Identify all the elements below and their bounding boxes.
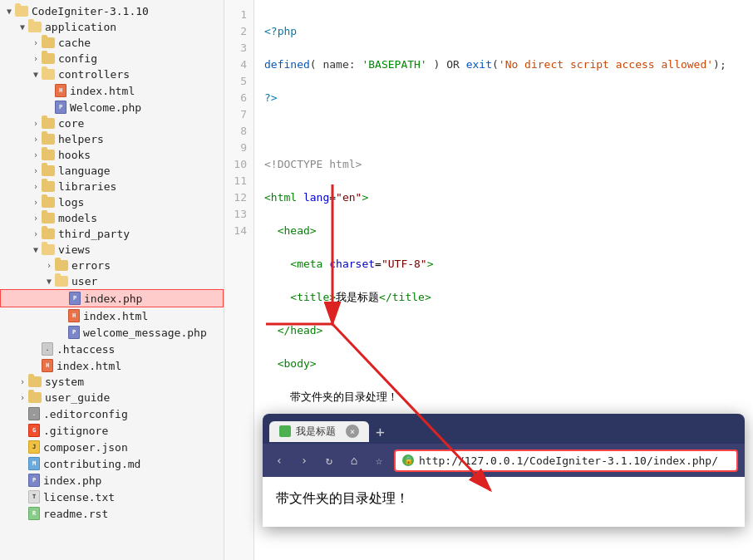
tree-item-application[interactable]: ▼ application (0, 19, 224, 35)
tree-item-hooks[interactable]: › hooks (0, 147, 224, 163)
code-line-6: <html lang="en"> (264, 189, 743, 206)
folder-icon (42, 228, 55, 239)
tree-item-user-guide[interactable]: › user_guide (0, 390, 224, 405)
tree-item-controllers[interactable]: ▼ controllers (0, 66, 224, 82)
tree-item-helpers[interactable]: › helpers (0, 131, 224, 147)
folder-icon (42, 134, 55, 145)
php-file-icon: P (28, 474, 40, 487)
line-numbers: 1 2 3 4 5 6 7 8 9 10 11 12 13 14 (224, 0, 254, 560)
browser-mockup: 我是标题 × + ‹ › ↻ ⌂ ☆ 🔒 http://127.0.0.1/Co… (263, 414, 745, 527)
tree-item-welcome-php[interactable]: P Welcome.php (0, 99, 224, 115)
back-button[interactable]: ‹ (269, 450, 289, 470)
browser-toolbar: ‹ › ↻ ⌂ ☆ 🔒 http://127.0.0.1/CodeIgniter… (263, 444, 745, 477)
tree-label: index.html (83, 310, 148, 322)
tree-label: readme.rst (43, 508, 108, 520)
tree-item-index-html-app[interactable]: H index.html (0, 357, 224, 374)
tree-label: logs (58, 196, 84, 209)
chevron-icon: ▼ (17, 22, 28, 32)
tree-item-gitignore[interactable]: G .gitignore (0, 422, 224, 439)
star-button[interactable]: ☆ (369, 450, 389, 470)
folder-open-icon (55, 276, 68, 287)
tree-item-logs[interactable]: › logs (0, 194, 224, 210)
tree-item-system[interactable]: › system (0, 374, 224, 390)
tab-close-button[interactable]: × (346, 425, 359, 438)
code-line-4 (264, 123, 743, 140)
tree-label: controllers (58, 68, 130, 81)
php-file-icon: P (69, 292, 81, 305)
tree-label: core (58, 117, 84, 130)
tree-label: system (45, 376, 84, 388)
code-line-5: <!DOCTYPE html> (264, 156, 743, 173)
json-file-icon: J (28, 440, 40, 454)
tree-item-core[interactable]: › core (0, 115, 224, 131)
tree-label: .editorconfig (43, 408, 128, 420)
tree-label: cache (58, 37, 91, 49)
tree-label: welcome_message.php (83, 327, 207, 339)
tree-item-libraries[interactable]: › libraries (0, 179, 224, 194)
html-file-icon: H (42, 359, 53, 372)
tree-item-readme-rst[interactable]: R readme.rst (0, 505, 224, 522)
tree-label: third_party (58, 228, 130, 240)
tree-item-index-html-ctrl[interactable]: H index.html (0, 82, 224, 99)
tree-label: errors (71, 259, 111, 272)
folder-icon (55, 260, 68, 271)
refresh-button[interactable]: ↻ (319, 450, 339, 470)
tree-item-config[interactable]: › config (0, 51, 224, 66)
tree-item-errors[interactable]: › errors (0, 258, 224, 273)
chevron-icon: › (30, 135, 42, 144)
chevron-icon: › (30, 38, 42, 47)
tree-label: user (71, 275, 97, 287)
tree-item-third-party[interactable]: › third_party (0, 226, 224, 242)
secure-icon: 🔒 (402, 454, 414, 466)
tree-item-index-php-root[interactable]: P index.php (0, 472, 224, 489)
page-content-text: 带文件夹的目录处理！ (276, 490, 409, 506)
folder-icon (42, 150, 55, 160)
tree-item-index-php-user[interactable]: P index.php (0, 289, 224, 307)
code-line-8: <meta charset="UTF-8"> (264, 256, 743, 273)
tree-item-language[interactable]: › language (0, 163, 224, 179)
tree-item-license-txt[interactable]: T license.txt (0, 489, 224, 505)
url-bar[interactable]: 🔒 http://127.0.0.1/CodeIgniter-3.1.10/in… (394, 449, 738, 472)
code-line-1: <?php (264, 23, 743, 40)
code-line-11: <body> (264, 356, 743, 372)
chevron-icon: › (30, 54, 42, 63)
tree-item-views[interactable]: ▼ views (0, 242, 224, 258)
tree-label: views (58, 243, 91, 256)
new-tab-button[interactable]: + (372, 423, 388, 440)
forward-button[interactable]: › (294, 450, 314, 470)
home-button[interactable]: ⌂ (344, 450, 364, 470)
tree-item-composer-json[interactable]: J composer.json (0, 439, 224, 455)
tab-favicon (279, 425, 291, 437)
browser-tab[interactable]: 我是标题 × (269, 421, 369, 442)
chevron-icon: › (43, 261, 55, 270)
tree-item-user[interactable]: ▼ user (0, 273, 224, 289)
tree-item-cache[interactable]: › cache (0, 35, 224, 51)
chevron-icon: ▼ (3, 7, 15, 16)
editor-panel: 1 2 3 4 5 6 7 8 9 10 11 12 13 14 <?php d… (224, 0, 753, 560)
editor-file-icon: . (28, 407, 40, 420)
tree-item-welcome-msg-php[interactable]: P welcome_message.php (0, 324, 224, 341)
chevron-icon: ▼ (43, 277, 55, 286)
folder-open-icon (15, 6, 28, 17)
chevron-icon: › (17, 393, 28, 402)
tree-item-editorconfig[interactable]: . .editorconfig (0, 405, 224, 422)
url-text: http://127.0.0.1/CodeIgniter-3.1.10/inde… (419, 454, 718, 467)
chevron-icon: › (30, 198, 42, 207)
tree-label: composer.json (43, 441, 128, 454)
tree-item-root[interactable]: ▼ CodeIgniter-3.1.10 (0, 3, 224, 19)
browser-tabs: 我是标题 × + (263, 414, 745, 444)
tree-item-models[interactable]: › models (0, 210, 224, 226)
chevron-icon: › (30, 166, 42, 175)
tree-label: index.php (84, 292, 142, 305)
tree-item-htaccess[interactable]: . .htaccess (0, 341, 224, 357)
tree-label: .gitignore (43, 425, 108, 437)
tree-item-index-html-user[interactable]: H index.html (0, 307, 224, 324)
tree-label: .htaccess (57, 343, 115, 356)
browser-content: 带文件夹的目录处理！ (263, 477, 745, 527)
tree-label: hooks (58, 149, 91, 161)
folder-open-icon (42, 244, 55, 255)
chevron-icon: › (30, 229, 42, 238)
folder-icon (42, 118, 55, 129)
folder-icon (42, 197, 55, 208)
tree-item-contributing-md[interactable]: M contributing.md (0, 455, 224, 472)
